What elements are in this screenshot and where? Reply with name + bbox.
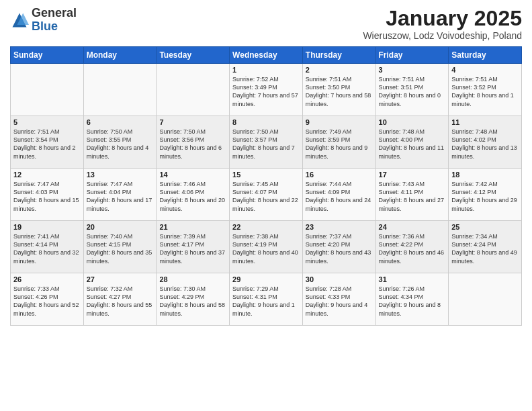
- day-info: Sunrise: 7:50 AM Sunset: 3:55 PM Dayligh…: [87, 128, 154, 161]
- day-number: 4: [451, 66, 519, 74]
- calendar-cell: 14Sunrise: 7:46 AM Sunset: 4:06 PM Dayli…: [157, 169, 230, 221]
- day-info: Sunrise: 7:43 AM Sunset: 4:11 PM Dayligh…: [379, 180, 446, 213]
- day-number: 21: [159, 223, 226, 231]
- day-number: 27: [87, 275, 154, 283]
- day-number: 15: [232, 171, 300, 179]
- day-info: Sunrise: 7:40 AM Sunset: 4:15 PM Dayligh…: [87, 232, 154, 265]
- calendar-cell: 30Sunrise: 7:28 AM Sunset: 4:33 PM Dayli…: [302, 273, 375, 326]
- logo-icon: [10, 11, 29, 30]
- header: General Blue January 2025 Wieruszow, Lod…: [10, 7, 522, 41]
- calendar-cell: [11, 64, 84, 116]
- calendar-cell: 4Sunrise: 7:51 AM Sunset: 3:52 PM Daylig…: [449, 64, 522, 116]
- calendar-header-tuesday: Tuesday: [157, 47, 230, 64]
- day-number: 19: [13, 223, 81, 231]
- day-number: 18: [451, 171, 519, 179]
- day-info: Sunrise: 7:39 AM Sunset: 4:17 PM Dayligh…: [159, 232, 226, 265]
- day-number: 7: [159, 118, 226, 126]
- day-info: Sunrise: 7:51 AM Sunset: 3:54 PM Dayligh…: [13, 128, 81, 161]
- calendar-header-thursday: Thursday: [302, 47, 375, 64]
- day-number: 17: [379, 171, 446, 179]
- calendar-cell: 10Sunrise: 7:48 AM Sunset: 4:00 PM Dayli…: [375, 116, 449, 169]
- calendar-week-4: 19Sunrise: 7:41 AM Sunset: 4:14 PM Dayli…: [11, 221, 522, 273]
- calendar-cell: 20Sunrise: 7:40 AM Sunset: 4:15 PM Dayli…: [83, 221, 157, 273]
- calendar-header-sunday: Sunday: [11, 47, 84, 64]
- calendar-subtitle: Wieruszow, Lodz Voivodeship, Poland: [363, 30, 522, 41]
- calendar-cell: 2Sunrise: 7:51 AM Sunset: 3:50 PM Daylig…: [302, 64, 375, 116]
- calendar-cell: 28Sunrise: 7:30 AM Sunset: 4:29 PM Dayli…: [157, 273, 230, 326]
- calendar-cell: 19Sunrise: 7:41 AM Sunset: 4:14 PM Dayli…: [11, 221, 84, 273]
- calendar-header-row: SundayMondayTuesdayWednesdayThursdayFrid…: [11, 47, 522, 64]
- day-number: 20: [87, 223, 154, 231]
- day-info: Sunrise: 7:52 AM Sunset: 3:49 PM Dayligh…: [232, 75, 300, 108]
- calendar-cell: 31Sunrise: 7:26 AM Sunset: 4:34 PM Dayli…: [375, 273, 449, 326]
- day-info: Sunrise: 7:32 AM Sunset: 4:27 PM Dayligh…: [87, 285, 154, 318]
- calendar-cell: 24Sunrise: 7:36 AM Sunset: 4:22 PM Dayli…: [375, 221, 449, 273]
- calendar-header-saturday: Saturday: [449, 47, 522, 64]
- calendar-header-friday: Friday: [375, 47, 449, 64]
- logo-general-text: General: [32, 6, 77, 19]
- day-number: 25: [451, 223, 519, 231]
- calendar-cell: 29Sunrise: 7:29 AM Sunset: 4:31 PM Dayli…: [230, 273, 303, 326]
- calendar-cell: 6Sunrise: 7:50 AM Sunset: 3:55 PM Daylig…: [83, 116, 157, 169]
- calendar-cell: 5Sunrise: 7:51 AM Sunset: 3:54 PM Daylig…: [11, 116, 84, 169]
- day-number: 11: [451, 118, 519, 126]
- day-info: Sunrise: 7:45 AM Sunset: 4:07 PM Dayligh…: [232, 180, 300, 213]
- calendar-cell: 8Sunrise: 7:50 AM Sunset: 3:57 PM Daylig…: [230, 116, 303, 169]
- day-info: Sunrise: 7:50 AM Sunset: 3:57 PM Dayligh…: [232, 128, 300, 161]
- calendar-header-monday: Monday: [83, 47, 157, 64]
- day-number: 3: [379, 66, 446, 74]
- day-info: Sunrise: 7:47 AM Sunset: 4:03 PM Dayligh…: [13, 180, 81, 213]
- calendar-cell: 1Sunrise: 7:52 AM Sunset: 3:49 PM Daylig…: [230, 64, 303, 116]
- day-number: 28: [159, 275, 226, 283]
- day-info: Sunrise: 7:49 AM Sunset: 3:59 PM Dayligh…: [306, 128, 373, 161]
- day-number: 6: [87, 118, 154, 126]
- day-info: Sunrise: 7:41 AM Sunset: 4:14 PM Dayligh…: [13, 232, 81, 265]
- day-number: 30: [306, 275, 373, 283]
- calendar-cell: 13Sunrise: 7:47 AM Sunset: 4:04 PM Dayli…: [83, 169, 157, 221]
- day-number: 10: [379, 118, 446, 126]
- calendar-cell: 23Sunrise: 7:37 AM Sunset: 4:20 PM Dayli…: [302, 221, 375, 273]
- day-number: 9: [306, 118, 373, 126]
- calendar-week-2: 5Sunrise: 7:51 AM Sunset: 3:54 PM Daylig…: [11, 116, 522, 169]
- day-number: 22: [232, 223, 300, 231]
- calendar-cell: 27Sunrise: 7:32 AM Sunset: 4:27 PM Dayli…: [83, 273, 157, 326]
- calendar-cell: 16Sunrise: 7:44 AM Sunset: 4:09 PM Dayli…: [302, 169, 375, 221]
- title-block: January 2025 Wieruszow, Lodz Voivodeship…: [363, 7, 522, 41]
- calendar-cell: [83, 64, 157, 116]
- day-info: Sunrise: 7:37 AM Sunset: 4:20 PM Dayligh…: [306, 232, 373, 265]
- calendar-cell: 12Sunrise: 7:47 AM Sunset: 4:03 PM Dayli…: [11, 169, 84, 221]
- day-info: Sunrise: 7:48 AM Sunset: 4:02 PM Dayligh…: [451, 128, 519, 161]
- calendar-cell: 25Sunrise: 7:34 AM Sunset: 4:24 PM Dayli…: [449, 221, 522, 273]
- day-number: 26: [13, 275, 81, 283]
- calendar-cell: 22Sunrise: 7:38 AM Sunset: 4:19 PM Dayli…: [230, 221, 303, 273]
- calendar-title: January 2025: [363, 7, 522, 30]
- calendar-cell: 11Sunrise: 7:48 AM Sunset: 4:02 PM Dayli…: [449, 116, 522, 169]
- day-info: Sunrise: 7:36 AM Sunset: 4:22 PM Dayligh…: [379, 232, 446, 265]
- day-number: 14: [159, 171, 226, 179]
- calendar-header-wednesday: Wednesday: [230, 47, 303, 64]
- calendar-week-3: 12Sunrise: 7:47 AM Sunset: 4:03 PM Dayli…: [11, 169, 522, 221]
- day-number: 23: [306, 223, 373, 231]
- calendar-cell: 26Sunrise: 7:33 AM Sunset: 4:26 PM Dayli…: [11, 273, 84, 326]
- calendar-table: SundayMondayTuesdayWednesdayThursdayFrid…: [10, 46, 522, 326]
- day-info: Sunrise: 7:44 AM Sunset: 4:09 PM Dayligh…: [306, 180, 373, 213]
- calendar-cell: 15Sunrise: 7:45 AM Sunset: 4:07 PM Dayli…: [230, 169, 303, 221]
- calendar-page: General Blue January 2025 Wieruszow, Lod…: [0, 0, 532, 411]
- day-number: 16: [306, 171, 373, 179]
- day-info: Sunrise: 7:48 AM Sunset: 4:00 PM Dayligh…: [379, 128, 446, 161]
- calendar-cell: 9Sunrise: 7:49 AM Sunset: 3:59 PM Daylig…: [302, 116, 375, 169]
- day-info: Sunrise: 7:34 AM Sunset: 4:24 PM Dayligh…: [451, 232, 519, 265]
- calendar-cell: [449, 273, 522, 326]
- day-number: 13: [87, 171, 154, 179]
- day-info: Sunrise: 7:46 AM Sunset: 4:06 PM Dayligh…: [159, 180, 226, 213]
- day-info: Sunrise: 7:33 AM Sunset: 4:26 PM Dayligh…: [13, 285, 81, 318]
- calendar-cell: 3Sunrise: 7:51 AM Sunset: 3:51 PM Daylig…: [375, 64, 449, 116]
- calendar-cell: [157, 64, 230, 116]
- day-info: Sunrise: 7:50 AM Sunset: 3:56 PM Dayligh…: [159, 128, 226, 161]
- calendar-cell: 7Sunrise: 7:50 AM Sunset: 3:56 PM Daylig…: [157, 116, 230, 169]
- day-number: 24: [379, 223, 446, 231]
- day-info: Sunrise: 7:28 AM Sunset: 4:33 PM Dayligh…: [306, 285, 373, 318]
- calendar-cell: 17Sunrise: 7:43 AM Sunset: 4:11 PM Dayli…: [375, 169, 449, 221]
- day-info: Sunrise: 7:26 AM Sunset: 4:34 PM Dayligh…: [379, 285, 446, 318]
- day-info: Sunrise: 7:51 AM Sunset: 3:52 PM Dayligh…: [451, 75, 519, 108]
